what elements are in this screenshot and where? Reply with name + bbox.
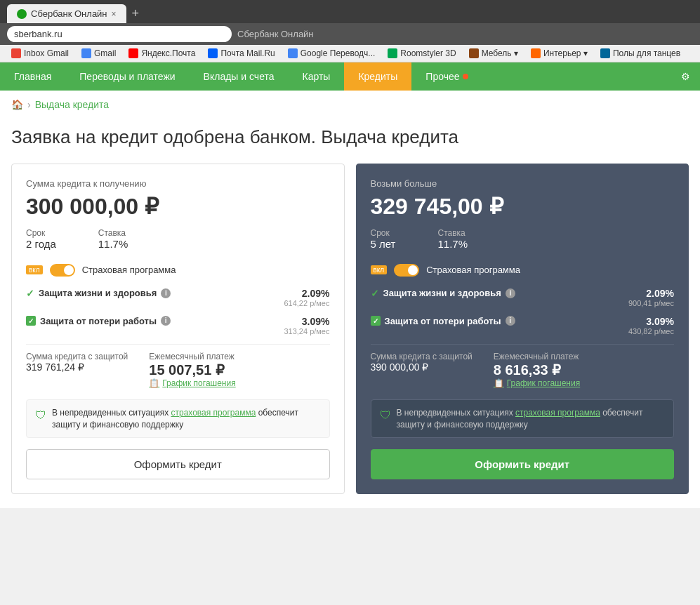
bookmark-label: Полы для танцев — [613, 48, 680, 58]
page-content: Заявка на кредит одобрена банком. Выдача… — [0, 119, 700, 508]
insurance1-info-icon[interactable]: i — [161, 288, 171, 298]
card-left-rate: Ставка 11.7% — [98, 228, 128, 250]
insurance2-monthly: 430,82 р/мес — [628, 327, 674, 335]
mailru-icon — [208, 48, 218, 58]
card-right-amount: 329 745,00 ₽ — [371, 193, 675, 220]
tab-close-button[interactable]: × — [112, 9, 117, 19]
card-left-amount: 300 000,00 ₽ — [26, 193, 330, 220]
breadcrumb: 🏠 › Выдача кредита — [0, 91, 700, 119]
bookmark-poly[interactable]: Полы для танцев — [595, 47, 686, 60]
schedule-link[interactable]: 📋 График погашения — [149, 378, 235, 388]
card-right-meta: Срок 5 лет Ставка 11.7% — [371, 228, 675, 250]
insurance-toggle-right[interactable] — [394, 264, 419, 277]
bookmark-roomstyler[interactable]: Roomstyler 3D — [382, 47, 461, 60]
monthly-payment-label: Ежемесячный платеж — [494, 352, 580, 361]
inbox-gmail-icon — [11, 48, 21, 58]
bookmark-label: Интерьер ▾ — [543, 48, 588, 58]
card-right-term: Срок 5 лет — [371, 228, 396, 250]
credit-with-protection: Сумма кредита с защитой 319 761,24 ₽ — [26, 352, 128, 388]
active-tab[interactable]: Сбербанк Онлайн × — [7, 4, 126, 23]
insurance2-info-icon[interactable]: i — [161, 316, 171, 326]
card-right-rate: Ставка 11.7% — [437, 228, 468, 250]
card-left-summary: Сумма кредита с защитой 319 761,24 ₽ Еже… — [26, 352, 330, 388]
info-text-pre: В непредвиденных ситуациях — [397, 408, 515, 418]
nav-kredity[interactable]: Кредиты — [344, 62, 411, 91]
checkbox-icon[interactable] — [371, 316, 381, 326]
rate-value: 11.7% — [98, 238, 128, 250]
insurance2-monthly: 313,24 р/мес — [284, 327, 329, 335]
standard-credit-card: Сумма кредита к получению 300 000,00 ₽ С… — [11, 164, 345, 495]
rate-label: Ставка — [98, 228, 128, 238]
breadcrumb-link[interactable]: Выдача кредита — [35, 99, 109, 110]
card-left-cta-button[interactable]: Оформить кредит — [26, 449, 330, 479]
term-label: Срок — [371, 228, 396, 238]
insurance2-rate: 3.09% 313,24 р/мес — [284, 316, 329, 335]
insurance2-rate-value: 3.09% — [628, 316, 674, 327]
premium-credit-card: Возьми больше 329 745,00 ₽ Срок 5 лет Ст… — [356, 164, 689, 495]
bookmark-google-translate[interactable]: Google Переводч... — [282, 47, 381, 60]
monthly-payment-value: 15 007,51 ₽ — [149, 361, 235, 378]
nav-vklady[interactable]: Вклады и счета — [190, 62, 289, 91]
page-title: Заявка на кредит одобрена банком. Выдача… — [11, 126, 689, 149]
rate-value: 11.7% — [437, 238, 468, 250]
bookmark-inbox-gmail[interactable]: Inbox Gmail — [6, 47, 74, 60]
card-right-cta-button[interactable]: Оформить кредит — [371, 449, 675, 479]
insurance2-rate-value: 3.09% — [284, 316, 329, 327]
credit-protection-label: Сумма кредита с защитой — [371, 352, 473, 361]
insurance1-rate: 2.09% 614,22 р/мес — [284, 288, 329, 307]
insurance1-label: ✓ Защита жизни и здоровья i — [371, 288, 628, 299]
bookmark-mailru[interactable]: Почта Mail.Ru — [202, 47, 280, 60]
check-icon: ✓ — [26, 288, 34, 299]
bookmark-mebel[interactable]: Мебель ▾ — [463, 47, 524, 60]
schedule-link-right[interactable]: 📋 График погашения — [494, 378, 580, 388]
bookmark-label: Google Переводч... — [301, 48, 376, 58]
new-tab-button[interactable]: + — [132, 6, 140, 21]
insurance2-info-icon[interactable]: i — [506, 316, 515, 326]
monthly-payment-label: Ежемесячный платеж — [149, 352, 235, 361]
info-text: В непредвиденных ситуациях страховая про… — [52, 407, 321, 431]
google-icon — [288, 48, 298, 58]
info-text-pre: В непредвиденных ситуациях — [52, 408, 171, 418]
bookmark-gmail[interactable]: Gmail — [76, 47, 121, 60]
bookmark-label: Roomstyler 3D — [400, 48, 456, 58]
insurance1-label: ✓ Защита жизни и здоровья i — [26, 288, 284, 299]
inter-icon — [531, 48, 541, 58]
checkbox-icon[interactable] — [26, 316, 36, 326]
bookmark-yandex[interactable]: Яндекс.Почта — [123, 47, 201, 60]
address-input[interactable] — [7, 26, 232, 42]
yandex-icon — [128, 48, 138, 58]
credit-protection-value: 319 761,24 ₽ — [26, 361, 128, 373]
browser-tab-bar: Сбербанк Онлайн × + — [0, 0, 700, 23]
cards-container: Сумма кредита к получению 300 000,00 ₽ С… — [11, 164, 689, 495]
bookmark-label: Gmail — [94, 48, 116, 58]
card-left-divider — [26, 344, 330, 345]
nav-glavnaya[interactable]: Главная — [0, 62, 65, 91]
info-insurance-link-right[interactable]: страховая программа — [515, 408, 600, 418]
address-bar: Сбербанк Онлайн — [0, 23, 700, 45]
home-icon[interactable]: 🏠 — [11, 99, 23, 110]
info-insurance-link[interactable]: страховая программа — [171, 408, 256, 418]
nav-gear-button[interactable]: ⚙ — [671, 62, 700, 91]
nav-perevody[interactable]: Переводы и платежи — [65, 62, 189, 91]
toggle-text: Страховая программа — [426, 265, 520, 275]
nav-prochee[interactable]: Прочее — [411, 62, 482, 91]
shield-icon: 🛡 — [35, 408, 46, 423]
tab-favicon — [17, 9, 27, 19]
card-left-subtitle: Сумма кредита к получению — [26, 178, 330, 189]
bookmark-inter[interactable]: Интерьер ▾ — [525, 47, 593, 60]
insurance1-info-icon[interactable]: i — [506, 288, 515, 298]
tab-title: Сбербанк Онлайн — [31, 8, 107, 19]
monthly-payment: Ежемесячный платеж 15 007,51 ₽ 📋 График … — [149, 352, 235, 388]
insurance-toggle[interactable] — [50, 264, 75, 277]
bookmark-label: Мебель ▾ — [482, 48, 518, 58]
monthly-payment: Ежемесячный платеж 8 616,33 ₽ 📋 График п… — [494, 352, 580, 388]
nav-karty[interactable]: Карты — [289, 62, 345, 91]
insurance1-name: Защита жизни и здоровья — [383, 288, 501, 298]
term-label: Срок — [26, 228, 56, 238]
roomstyler-icon — [388, 48, 397, 58]
term-value: 5 лет — [371, 238, 396, 250]
card-left-insurance1-row: ✓ Защита жизни и здоровья i 2.09% 614,22… — [26, 288, 330, 307]
credit-with-protection: Сумма кредита с защитой 390 000,00 ₽ — [371, 352, 473, 388]
toggle-vkl-label: вкл — [371, 265, 388, 274]
site-title: Сбербанк Онлайн — [237, 29, 314, 39]
